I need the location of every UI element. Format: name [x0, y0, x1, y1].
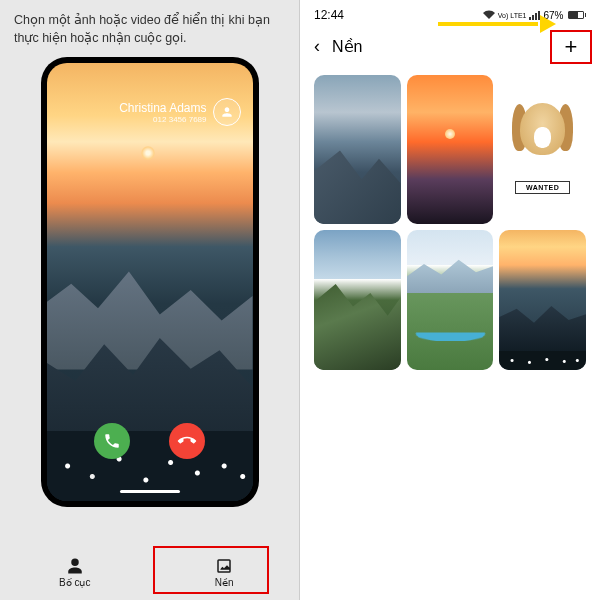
caller-name: Christina Adams [119, 101, 206, 115]
tab-layout-label: Bố cục [59, 577, 90, 588]
back-button[interactable]: ‹ [314, 36, 320, 57]
person-icon [66, 557, 84, 575]
wallpaper-tile[interactable] [499, 230, 586, 370]
tab-layout[interactable]: Bố cục [0, 544, 150, 600]
reject-call-button[interactable] [169, 423, 205, 459]
caller-avatar [213, 98, 241, 126]
gallery-header: ‹ Nền + [300, 26, 600, 67]
wallpaper-tile[interactable] [314, 230, 401, 370]
wallpaper-tile[interactable]: WANTED [499, 75, 586, 224]
left-panel: Chọn một ảnh hoặc video để hiển thị khi … [0, 0, 300, 600]
wallpaper-grid: Video WANTED [300, 67, 600, 378]
wanted-label: WANTED [515, 181, 570, 194]
wallpaper-tile[interactable]: Video [314, 75, 401, 224]
wallpaper-tile[interactable] [407, 230, 494, 370]
phone-screen: Christina Adams 012 3456 7689 [47, 63, 253, 501]
right-panel: 12:44 Vo) LTE1 67% ‹ Nền + Video [300, 0, 600, 600]
call-buttons [47, 423, 253, 459]
instruction-text: Chọn một ảnh hoặc video để hiển thị khi … [0, 0, 299, 57]
wallpaper-tile[interactable] [407, 75, 494, 224]
highlight-background-tab [153, 546, 269, 594]
battery-icon [568, 11, 587, 19]
caller-info: Christina Adams 012 3456 7689 [119, 98, 240, 126]
home-indicator [120, 490, 180, 493]
gallery-title: Nền [332, 37, 362, 56]
video-badge: Video [320, 205, 352, 218]
annotation-arrow [438, 18, 558, 30]
status-time: 12:44 [314, 8, 344, 22]
caller-number: 012 3456 7689 [119, 115, 206, 124]
accept-call-button[interactable] [94, 423, 130, 459]
highlight-add-button [550, 30, 592, 64]
phone-mockup: Christina Adams 012 3456 7689 [41, 57, 259, 507]
